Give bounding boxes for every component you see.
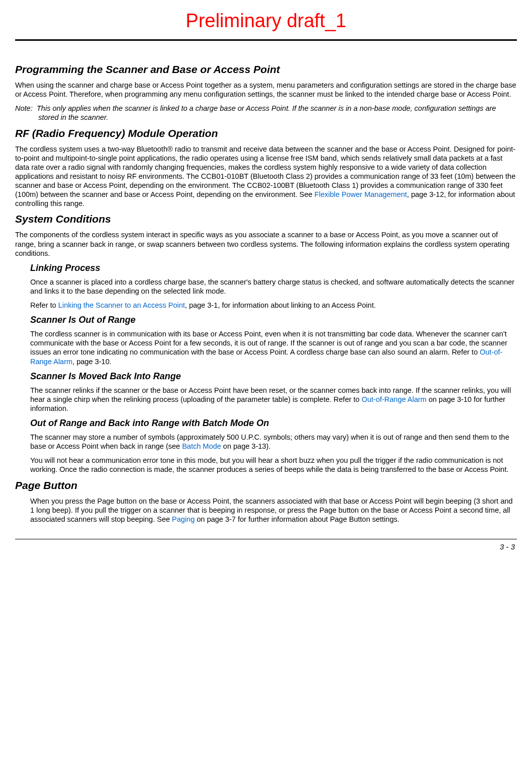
note-text: Note: This only applies when the scanner… [15,104,517,122]
text-run: on page 3-7 for further information abou… [194,515,399,523]
subheading-back-into-range: Scanner Is Moved Back Into Range [30,371,517,382]
text-run: , page 3-1, for information about linkin… [185,301,376,309]
link-paging[interactable]: Paging [172,515,194,523]
text-run: on page 3-13). [221,442,271,450]
link-batch-mode[interactable]: Batch Mode [182,442,221,450]
body-text: You will not hear a communication error … [30,456,517,474]
body-text: The cordless system uses a two-way Bluet… [15,145,517,208]
note-body: This only applies when the scanner is li… [37,104,496,121]
top-divider [15,39,517,41]
body-text: Once a scanner is placed into a cordless… [30,277,517,296]
body-text: The components of the cordless system in… [15,230,517,257]
section-heading-system-conditions: System Conditions [15,213,517,225]
body-text: When using the scanner and charge base o… [15,81,517,99]
section-heading-page-button: Page Button [15,479,517,492]
subheading-out-of-range: Scanner Is Out of Range [30,315,517,325]
page: Preliminary draft_1 Programming the Scan… [0,0,532,561]
section-heading-programming: Programming the Scanner and Base or Acce… [15,63,517,76]
text-run: The cordless scanner is in communication… [30,330,507,356]
body-text: The cordless scanner is in communication… [30,329,517,366]
subheading-linking-process: Linking Process [30,263,517,273]
subsection-linking-process: Linking Process Once a scanner is placed… [30,263,517,474]
section-heading-rf: RF (Radio Frequency) Module Operation [15,127,517,140]
body-text: Refer to Linking the Scanner to an Acces… [30,301,517,310]
bottom-divider [15,539,517,539]
link-out-of-range-alarm-2[interactable]: Out-of-Range Alarm [362,395,427,403]
watermark-text: Preliminary draft_1 [15,10,517,32]
body-text: The scanner relinks if the scanner or th… [30,386,517,413]
text-run: Refer to [30,301,58,309]
note-label: Note: [15,104,33,112]
subheading-batch-mode: Out of Range and Back into Range with Ba… [30,418,517,429]
link-flexible-power[interactable]: Flexible Power Management [314,190,407,198]
text-run: , page 3-10. [73,358,111,366]
link-linking-scanner[interactable]: Linking the Scanner to an Access Point [58,301,185,309]
subsection-page-button: When you press the Page button on the ba… [30,497,517,524]
page-number: 3 - 3 [15,542,517,551]
body-text: When you press the Page button on the ba… [30,497,517,524]
body-text: The scanner may store a number of symbol… [30,433,517,451]
